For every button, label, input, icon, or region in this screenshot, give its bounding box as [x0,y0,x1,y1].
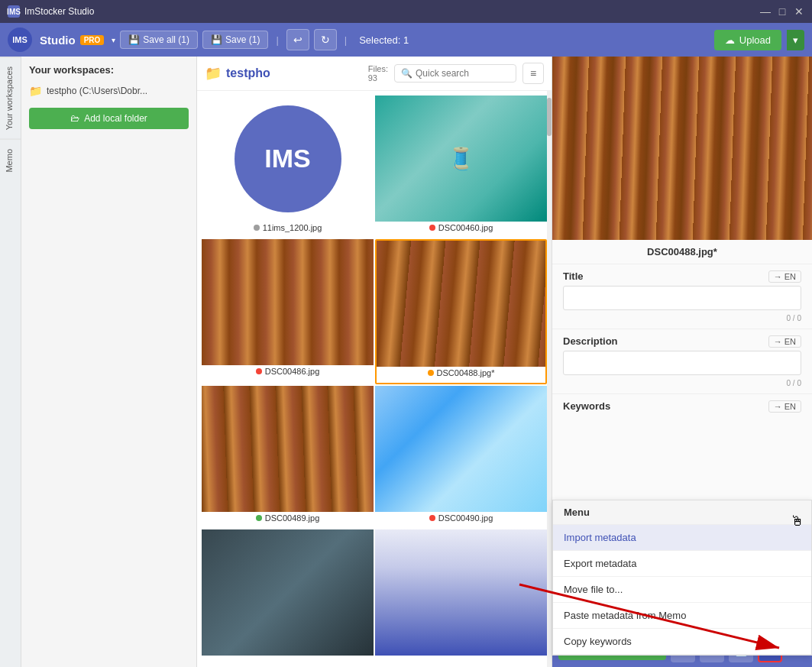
sidebar-tab-memo[interactable]: Memo [0,139,21,182]
pro-badge: PRO [80,35,105,45]
file-item[interactable]: DSC00490.jpg [375,386,547,528]
file-label: DSC00489.jpg [202,512,374,526]
title-input[interactable] [563,286,801,310]
title-char-count: 0 / 0 [563,314,801,322]
file-label: DSC00486.jpg [202,365,374,379]
file-thumbnail [202,239,374,365]
file-label: 11ims_1200.jpg [202,222,374,235]
ims-logo-thumb: IMS [235,105,341,212]
preview-image [552,57,812,240]
file-item[interactable] [202,529,374,662]
file-thumbnail: IMS [202,96,374,222]
description-section: Description → EN 0 / 0 [552,329,812,394]
context-menu-item-move[interactable]: Move file to... [553,577,811,603]
upload-icon: ☁ [725,34,735,46]
workspace-title: Your workspaces: [29,64,189,76]
file-thumbnail [377,241,545,367]
redo-button[interactable]: ↻ [314,29,337,50]
context-menu-item-copy-kw[interactable]: Copy keywords [553,629,811,655]
file-item[interactable] [375,529,547,662]
file-thumbnail [202,386,374,512]
title-section: Title → EN 0 / 0 [552,264,812,329]
upload-button[interactable]: ☁ Upload [714,30,781,50]
status-dot [429,515,435,521]
toolbar: IMS Studio PRO ▾ 💾 Save all (1) 💾 Save (… [0,23,812,57]
context-menu-title: Menu [553,500,811,525]
title-label-row: Title → EN [563,270,801,283]
search-box[interactable]: 🔍 [394,64,516,83]
folder-icon: 📁 [29,85,42,97]
file-item[interactable]: DSC00486.jpg [202,239,374,384]
title-lang-button[interactable]: → EN [768,270,801,283]
desc-char-count: 0 / 0 [563,379,801,387]
folder-icon: 📁 [205,65,222,82]
file-browser-header: 📁 testpho Files: 93 🔍 ≡ [197,57,552,91]
close-button[interactable]: ✕ [794,6,804,17]
sidebar-tab-workspaces[interactable]: Your workspaces [0,57,21,139]
file-label [202,656,374,660]
add-local-folder-button[interactable]: 🗁 Add local folder [29,108,189,129]
context-menu: Menu Import metadata Export metadata Mov… [552,500,812,656]
undo-button[interactable]: ↩ [286,29,309,50]
save-all-button[interactable]: 💾 Save all (1) [120,31,198,49]
keywords-section: Keywords → EN [552,394,812,422]
scrollbar-thumb[interactable] [547,98,552,136]
window-controls: — □ ✕ [760,6,804,17]
maximize-button[interactable]: □ [777,6,788,17]
separator-1: | [276,34,278,46]
minimize-button[interactable]: — [760,6,771,17]
save-button[interactable]: 💾 Save (1) [202,31,268,49]
file-browser: 📁 testpho Files: 93 🔍 ≡ IMS [197,57,552,667]
file-label: DSC00460.jpg [375,222,547,235]
file-item[interactable]: IMS 11ims_1200.jpg [202,96,374,238]
left-sidebar: Your workspaces Memo [0,57,21,667]
app-logo: IMS [8,28,32,52]
desc-label-row: Description → EN [563,335,801,348]
file-item-selected[interactable]: DSC00488.jpg* [375,239,547,384]
folder-name: 📁 testpho [205,65,270,82]
status-dot [256,368,262,374]
file-thumbnail [202,529,374,656]
desc-lang-button[interactable]: → EN [768,335,801,348]
save-icon: 💾 [211,34,222,45]
workspace-panel: Your workspaces: 📁 testpho (C:\Users\Dob… [21,57,197,667]
keywords-label-row: Keywords → EN [563,400,801,413]
status-dot [428,370,434,376]
title-bar-left: IMS ImStocker Studio [8,5,94,18]
file-label: DSC00490.jpg [375,512,547,526]
search-icon: 🔍 [401,68,412,79]
file-thumbnail [375,386,547,512]
preview-filename: DSC00488.jpg* [552,240,812,264]
desc-input[interactable] [563,351,801,375]
file-thumbnail [375,529,547,656]
file-item[interactable]: DSC00489.jpg [202,386,374,528]
title-bar-text: ImStocker Studio [24,6,94,17]
sort-button[interactable]: ≡ [522,63,544,84]
save-all-icon: 💾 [128,34,140,45]
workspace-path: testpho (C:\Users\Dobr... [47,86,147,96]
title-bar: IMS ImStocker Studio — □ ✕ [0,0,812,23]
app-name-label: Studio [40,34,76,47]
file-label [375,656,547,660]
separator-2: | [345,34,347,46]
keywords-lang-button[interactable]: → EN [768,400,801,413]
right-panel: DSC00488.jpg* Title → EN 0 / 0 Descripti… [552,57,812,667]
scrollbar-track[interactable] [547,90,552,667]
app-icon: IMS [8,5,20,18]
workspace-item[interactable]: 📁 testpho (C:\Users\Dobr... [29,82,189,100]
main-layout: Your workspaces Memo Your workspaces: 📁 … [0,57,812,667]
file-item[interactable]: 🧵 DSC00460.jpg [375,96,547,238]
context-menu-item-paste-memo[interactable]: Paste metadata from Memo [553,603,811,629]
file-thumbnail: 🧵 [375,96,547,222]
upload-dropdown-button[interactable]: ▾ [787,30,804,50]
file-grid: IMS 11ims_1200.jpg 🧵 DSC00460.jpg [197,91,552,667]
file-label: DSC00488.jpg* [377,367,545,380]
context-menu-item-import[interactable]: Import metadata [553,525,811,551]
app-dropdown-arrow[interactable]: ▾ [112,36,115,44]
status-dot [254,225,260,231]
status-dot [256,515,262,521]
search-input[interactable] [416,68,510,79]
context-menu-item-export[interactable]: Export metadata [553,551,811,577]
files-count: Files: 93 [368,64,388,83]
status-dot [429,225,435,231]
